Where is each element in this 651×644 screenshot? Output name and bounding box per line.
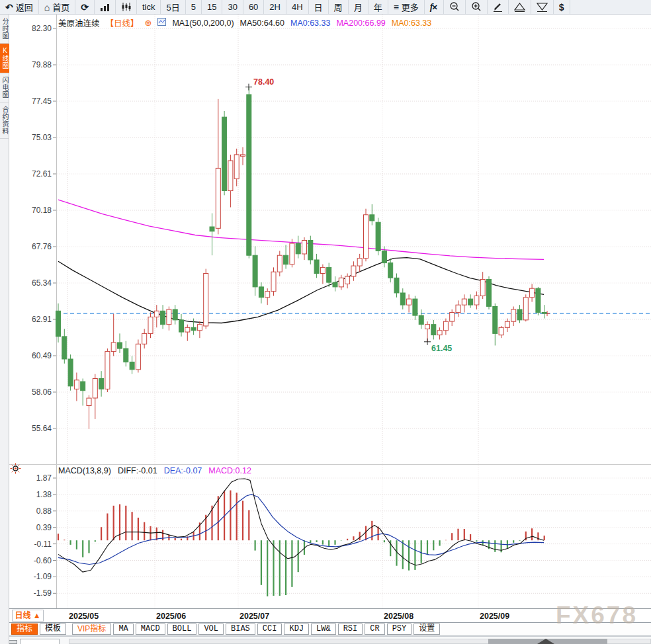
toolbar-btn-home[interactable]: ⌂首页: [39, 0, 75, 14]
toolbar-btn-dollar[interactable]: $: [554, 0, 570, 14]
macd-axis-label: 1.87: [36, 473, 52, 483]
candle-body: [284, 255, 288, 264]
indicator-btn-boll[interactable]: BOLL: [167, 624, 197, 635]
toolbar-btn-label: 首页: [52, 1, 69, 13]
toolbar-btn-label: 60: [249, 2, 258, 12]
indicator-btn-bias[interactable]: BIAS: [226, 624, 255, 635]
x-axis-month-label: 2025/09: [480, 612, 509, 621]
macd-axis-label: -1.59: [34, 588, 52, 598]
sidebar-tab-contract-info[interactable]: 合约资料: [0, 102, 9, 139]
toolbar-btn-period-5m[interactable]: 5: [186, 0, 202, 14]
candle-body: [480, 280, 485, 296]
toolbar-btn-label: 月: [354, 1, 363, 13]
indicator-btn-cr[interactable]: CR: [365, 624, 384, 635]
candle-body: [364, 215, 369, 259]
toolbar-btn-period-day[interactable]: 日: [309, 0, 329, 14]
scrollbar-handle-icon[interactable]: [537, 639, 554, 644]
candle-body: [339, 278, 343, 287]
indicator-btn-kdj[interactable]: KDJ: [284, 624, 309, 635]
macd-axis-label: 1.38: [36, 490, 52, 499]
indicator-btn-macd[interactable]: MACD: [136, 624, 165, 635]
macd-diff-line: [58, 479, 544, 572]
candle-body: [74, 380, 79, 389]
toolbar-btn-period-5d[interactable]: 5日: [161, 0, 185, 14]
sidebar-tab-lightning-chart[interactable]: 闪电图: [0, 73, 9, 102]
toolbar-btn-zoom-in[interactable]: [466, 0, 488, 14]
low-marker-cross: [424, 339, 431, 345]
indicator-btn-template[interactable]: 模板: [40, 624, 66, 635]
indicator-btn-vol[interactable]: VOL: [198, 624, 224, 635]
price-axis-label: 65.34: [32, 278, 52, 288]
candle-body: [382, 251, 386, 262]
toolbar-btn-period-2h[interactable]: 2H: [264, 0, 286, 14]
toolbar-btn-draw[interactable]: [488, 0, 509, 14]
price-axis-label: 75.03: [32, 133, 52, 142]
toolbar-btn-more[interactable]: ≡更多: [388, 0, 425, 14]
toolbar-btn-period-week[interactable]: 周: [329, 0, 349, 14]
toolbar-btn-triangle-up[interactable]: [509, 0, 531, 14]
macd-header: MACD(13,8,9) DIFF:-0.01 DEA:-0.07 MACD:0…: [58, 466, 251, 475]
toolbar: ↶返回⌂首页⟳tick5日51530602H4H日周月年≡更多f✕$: [0, 0, 651, 15]
macd-dea-line: [58, 495, 544, 565]
toolbar-btn-fx-indicator[interactable]: f✕: [425, 0, 444, 14]
candle-body: [443, 321, 448, 331]
sidebar-tab-kline-chart[interactable]: K线图: [0, 44, 9, 73]
toolbar-btn-chart-type-candle[interactable]: [116, 0, 137, 14]
candle-body: [111, 342, 116, 352]
trend-chart-icon: [100, 3, 110, 11]
candle-body: [81, 382, 85, 391]
zoom-out-icon: [449, 2, 460, 12]
candle-body: [99, 379, 104, 389]
candle-body: [523, 298, 528, 320]
toolbar-btn-chart-type-trend[interactable]: [95, 0, 116, 14]
indicator-settings-icon[interactable]: [10, 463, 21, 477]
toolbar-btn-period-year[interactable]: 年: [369, 0, 388, 14]
candle-body: [118, 342, 122, 348]
toolbar-btn-period-30m[interactable]: 30: [222, 0, 243, 14]
indicator-btn-rsi[interactable]: RSI: [338, 624, 363, 635]
indicator-btn-settings[interactable]: 设置: [413, 624, 440, 635]
toolbar-btn-period-month[interactable]: 月: [349, 0, 369, 14]
toolbar-btn-back[interactable]: ↶返回: [0, 0, 39, 14]
add-indicator-icon[interactable]: ⊕: [145, 18, 152, 28]
candle-body: [62, 337, 67, 359]
toolbar-btn-refresh[interactable]: ⟳: [75, 0, 95, 14]
indicator-btn-vip-indicator[interactable]: VIP指标: [72, 624, 111, 635]
candle-body: [290, 243, 294, 264]
indicator-btn-indicator[interactable]: 指标: [11, 624, 38, 635]
candle-body: [450, 313, 455, 322]
period-selector-button[interactable]: 日线 ▲: [12, 610, 44, 622]
price-axis-label: 67.76: [32, 242, 52, 251]
sidebar-tab-time-share-chart[interactable]: 分时图: [0, 15, 9, 44]
price-axis-label: 60.49: [32, 351, 52, 360]
triangle-down-icon: [537, 3, 548, 12]
indicator-btn-psy[interactable]: PSY: [387, 624, 412, 635]
candle-chart-icon: [121, 3, 131, 11]
toolbar-btn-period-tick[interactable]: tick: [137, 0, 161, 14]
indicator-btn-ma[interactable]: MA: [113, 624, 133, 635]
toolbar-btn-triangle-down[interactable]: [531, 0, 554, 14]
toolbar-btn-period-15m[interactable]: 15: [202, 0, 222, 14]
candle-body: [536, 288, 541, 312]
ma50-value: MA50:64.60: [240, 19, 284, 28]
triangle-up-icon: [514, 3, 525, 12]
fx-icon: f✕: [430, 2, 438, 13]
kline-chart-canvas[interactable]: 82.3079.8877.4575.0372.6170.1867.7665.34…: [0, 15, 651, 622]
indicator-btn-lw[interactable]: LW&: [311, 624, 336, 635]
candle-body: [499, 327, 503, 335]
period-tag: 【日线】: [106, 17, 139, 29]
candle-body: [425, 325, 430, 329]
indicator-btn-cci[interactable]: CCI: [257, 624, 282, 635]
bottom-strip: [9, 636, 651, 644]
candle-body: [376, 222, 380, 251]
x-axis-month-label: 2025/08: [384, 612, 413, 621]
toolbar-btn-period-60m[interactable]: 60: [243, 0, 264, 14]
toolbar-btn-period-4h[interactable]: 4H: [286, 0, 309, 14]
price-axis-label: 62.91: [32, 315, 52, 324]
bottom-partial-tab[interactable]: [20, 639, 60, 644]
price-axis-label: 79.88: [32, 60, 52, 69]
mini-chart-icon[interactable]: [157, 18, 166, 28]
toolbar-btn-zoom-out[interactable]: [444, 0, 466, 14]
candle-body: [327, 267, 331, 282]
candle-body: [68, 359, 73, 386]
